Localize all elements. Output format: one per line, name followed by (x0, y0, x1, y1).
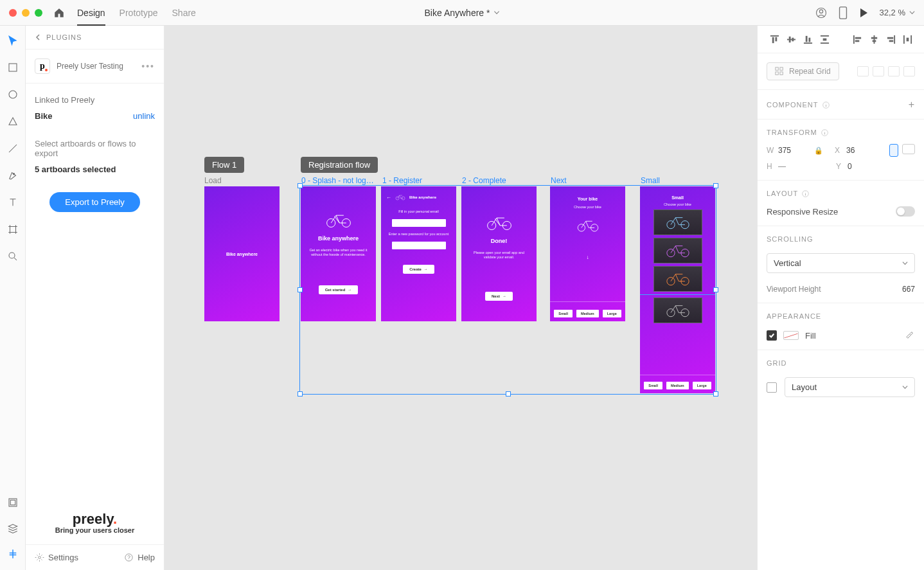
tab-share[interactable]: Share (172, 8, 196, 18)
x-input[interactable] (846, 146, 876, 155)
artboard-register[interactable]: ← Bike anywhere Fill in your personal em… (381, 186, 456, 321)
bike-thumb-3[interactable] (653, 266, 702, 292)
password-field[interactable] (392, 242, 446, 249)
pen-tool[interactable] (6, 168, 20, 183)
create-button[interactable]: Create→ (403, 265, 434, 274)
size-medium-button[interactable]: Medium (576, 310, 599, 317)
small-subtitle: Choose your bike (664, 202, 691, 207)
landscape-icon[interactable] (902, 144, 915, 154)
home-icon[interactable] (53, 7, 66, 19)
layers-icon[interactable] (6, 521, 20, 535)
artboard-name-splash[interactable]: 0 - Splash - not logg… (301, 176, 377, 185)
maximize-window-icon[interactable] (35, 9, 42, 17)
align-vcenter-icon[interactable] (783, 32, 799, 46)
distribute-h-icon[interactable] (900, 32, 915, 46)
width-input[interactable] (778, 146, 808, 155)
tab-design[interactable]: Design (77, 8, 105, 26)
x-field[interactable]: X (835, 146, 876, 155)
lock-icon[interactable]: 🔒 (814, 147, 823, 155)
y-input[interactable] (848, 162, 877, 171)
artboard-name-next[interactable]: Next (551, 176, 567, 185)
artboard-name-load[interactable]: Load (204, 176, 222, 185)
svg-point-1 (819, 10, 822, 13)
ellipse-tool[interactable] (6, 87, 20, 102)
fill-checkbox[interactable] (767, 330, 777, 341)
size-large-button[interactable]: Large (693, 382, 711, 389)
size-medium-button[interactable]: Medium (666, 382, 689, 389)
line-tool[interactable] (6, 141, 20, 156)
artboard-complete[interactable]: Done! Please open your email app and val… (461, 186, 537, 321)
email-field[interactable] (392, 219, 446, 227)
align-top-icon[interactable] (767, 32, 782, 46)
grid-checkbox[interactable] (767, 382, 777, 393)
repeat-grid-button[interactable]: Repeat Grid (767, 62, 839, 80)
align-right-icon[interactable] (883, 32, 898, 46)
back-arrow-icon[interactable]: ← (386, 195, 391, 200)
portrait-icon[interactable] (889, 144, 898, 157)
unlink-button[interactable]: unlink (133, 111, 155, 121)
settings-button[interactable]: Settings (35, 553, 78, 562)
flow-label-1[interactable]: Flow 1 (204, 157, 244, 173)
align-bottom-icon[interactable] (800, 32, 815, 46)
artboard-splash[interactable]: Bike anywhere Get an electric bike when … (301, 186, 376, 321)
size-large-button[interactable]: Large (603, 310, 621, 317)
info-icon[interactable] (822, 102, 830, 109)
op-add-icon[interactable] (857, 66, 869, 76)
artboard-name-register[interactable]: 1 - Register (382, 176, 422, 185)
document-title[interactable]: Bike Anywhere * (425, 8, 500, 18)
vh-value[interactable]: 667 (902, 285, 915, 294)
width-field[interactable]: W (767, 146, 808, 155)
info-icon[interactable] (802, 190, 809, 197)
distribute-v-icon[interactable] (817, 32, 832, 46)
size-small-button[interactable]: Small (554, 310, 573, 317)
zoom-tool[interactable] (6, 249, 20, 263)
op-sub-icon[interactable] (873, 66, 884, 76)
artboard-load[interactable]: Bike anywhere (204, 186, 280, 321)
align-left-icon[interactable] (849, 32, 865, 46)
y-field[interactable]: Y (836, 162, 877, 171)
device-preview-icon[interactable] (839, 6, 848, 19)
op-intersect-icon[interactable] (888, 66, 900, 76)
artboard-next[interactable]: Your bike Choose your bike ↓ Small Mediu… (550, 186, 625, 321)
grid-type-select[interactable]: Layout (785, 377, 915, 397)
close-window-icon[interactable] (9, 9, 17, 17)
artboard-small[interactable]: Small Choose your bike Small Medium Larg… (640, 186, 715, 393)
avatar-icon[interactable] (815, 7, 827, 19)
add-component-button[interactable]: + (909, 99, 915, 111)
size-small-button[interactable]: Small (644, 382, 662, 389)
help-button[interactable]: Help (124, 553, 155, 562)
height-field[interactable]: H— (767, 162, 808, 171)
select-tool[interactable] (6, 33, 20, 48)
align-hcenter-icon[interactable] (866, 32, 882, 46)
plugins-icon[interactable] (6, 547, 20, 561)
artboard-tool[interactable] (6, 222, 20, 236)
bike-thumb-1[interactable] (653, 209, 702, 235)
op-exclude-icon[interactable] (903, 66, 915, 76)
info-icon[interactable] (821, 129, 828, 136)
artboard-name-small[interactable]: Small (641, 176, 660, 185)
assets-icon[interactable] (6, 495, 20, 510)
minimize-window-icon[interactable] (22, 9, 30, 17)
plugin-menu-button[interactable]: ••• (141, 61, 155, 71)
next-button[interactable]: Next→ (485, 292, 513, 301)
play-icon[interactable] (859, 8, 868, 18)
artboard-name-complete[interactable]: 2 - Complete (462, 176, 506, 185)
plugin-footer: preely. Bring your users closer (26, 511, 164, 544)
plugin-panel-header[interactable]: PLUGINS (26, 26, 164, 49)
resize-toggle[interactable] (896, 206, 915, 217)
export-button[interactable]: Export to Preely (49, 192, 140, 212)
bike-thumb-4[interactable] (653, 298, 702, 323)
rectangle-tool[interactable] (6, 60, 20, 75)
fill-swatch[interactable] (783, 331, 799, 340)
grid-icon (775, 67, 784, 76)
canvas[interactable]: Flow 1 Registration flow Load 0 - Splash… (164, 26, 757, 570)
get-started-button[interactable]: Get started→ (319, 285, 359, 294)
polygon-tool[interactable] (6, 114, 20, 129)
zoom-control[interactable]: 32,2 % (880, 8, 915, 17)
bike-thumb-2[interactable] (653, 238, 702, 263)
scroll-direction-select[interactable]: Vertical (767, 253, 915, 273)
flow-label-registration[interactable]: Registration flow (301, 157, 378, 173)
text-tool[interactable] (6, 195, 20, 209)
eyedropper-icon[interactable] (905, 331, 915, 341)
tab-prototype[interactable]: Prototype (120, 8, 158, 18)
